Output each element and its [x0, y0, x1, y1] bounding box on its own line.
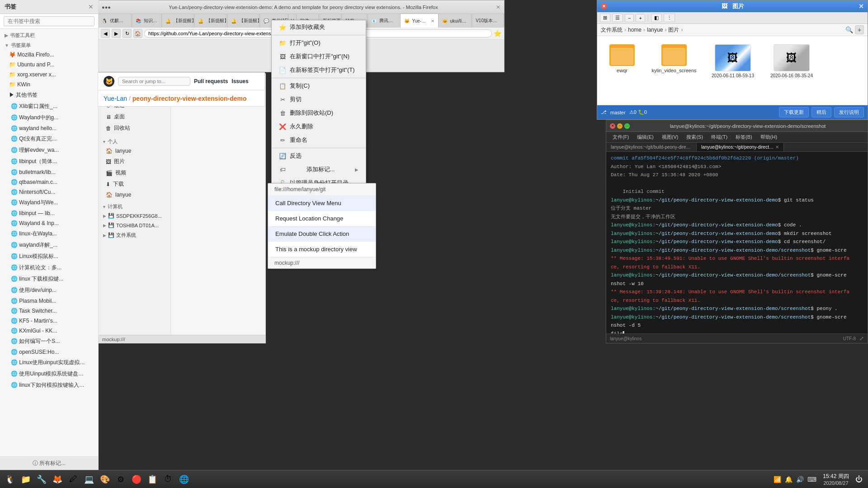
terminal-menu-file[interactable]: 文件(F)	[609, 133, 632, 141]
sidebar-item-libinput2[interactable]: 🌐 libinput — lib...	[0, 208, 98, 218]
sidebar-item-wayland4[interactable]: 🌐 Wayland & Inp...	[0, 218, 98, 228]
tab-yuelan[interactable]: 🐱Yue-Lan/...✕	[401, 14, 439, 28]
list-view-btn[interactable]: ☰	[612, 14, 623, 22]
terminal-menu-view[interactable]: 视图(V)	[658, 133, 682, 141]
location-fs[interactable]: 文件系统	[601, 26, 623, 34]
sidebar-item-linux[interactable]: 🌐 linux-在Wayla...	[0, 228, 98, 239]
sidebar-item-qtbase[interactable]: 🌐 qtbase/main.c...	[0, 177, 98, 187]
sidebar-item-bulletmark[interactable]: 🌐 bulletmark/lib...	[0, 167, 98, 177]
taskbar-paint-icon[interactable]: 🎨	[98, 472, 112, 487]
refresh-button[interactable]: ↻	[123, 29, 132, 38]
sidebar-item-qt[interactable]: 🌐 Qt没有真正完...	[0, 133, 98, 145]
sidebar-item-linuxkey[interactable]: 🌐 linux 下载模拟键...	[0, 273, 98, 285]
sidebar-item-opensuse[interactable]: 🌐 openSUSE:Ho...	[0, 347, 98, 357]
tray-icon1[interactable]: 📶	[774, 476, 781, 483]
sidebar-item-nintersoft[interactable]: 🌐 Nintersoft/Cu...	[0, 187, 98, 197]
sidebar-item-kwin[interactable]: 📁 KWin	[0, 80, 98, 89]
shutdown-icon[interactable]: ⏻	[855, 475, 863, 483]
taskbar-files-icon[interactable]: 📁	[19, 472, 33, 487]
sidebar-item-linux3[interactable]: 🌐 Linux使用uinput实现虚拟鼠标...	[0, 357, 98, 368]
location-lanyue[interactable]: lanyue	[647, 27, 663, 33]
sidebar-item-wayland5[interactable]: 🌐 wayland详解_...	[0, 239, 98, 251]
tray-icon2[interactable]: 🔔	[785, 476, 793, 483]
sidebar-toggle-btn[interactable]: ◧	[651, 14, 662, 22]
downloads-item[interactable]: ⬇ 下载	[99, 178, 170, 190]
ext-menu-item-4[interactable]: This is a mockup directory view	[268, 242, 376, 257]
taskbar-firefox-icon[interactable]: 🦊	[50, 472, 65, 487]
file-item-ewqr[interactable]: ewqr	[602, 41, 642, 100]
taskbar-clipboard-icon[interactable]: 📋	[145, 472, 160, 487]
location-pictures[interactable]: 图片	[668, 26, 679, 34]
github-nav-issues[interactable]: Issues	[231, 78, 248, 84]
sidebar-item-task[interactable]: 🌐 Task Switcher...	[0, 306, 98, 316]
home-button[interactable]: 🏠	[133, 29, 142, 38]
taskbar-clock-app-icon[interactable]: ⏱	[161, 472, 175, 487]
sidebar-item-xlib[interactable]: 🌐 Xlib窗口属性_...	[0, 101, 98, 112]
ext-menu-item-1[interactable]: Call Directory View Menu	[268, 196, 376, 211]
terminal-maximize-icon[interactable]: □	[624, 123, 630, 129]
terminal-tab-2[interactable]: lanyue@kylinos:~/git/peony-directory-vie…	[697, 143, 784, 151]
file-item-kylin[interactable]: kylin_video_screens	[647, 41, 701, 100]
terminal-minimize-icon[interactable]: −	[617, 123, 623, 129]
grid-view-btn[interactable]: ⊞	[600, 14, 610, 22]
sidebar-item-computer[interactable]: 🌐 计算机论文：多...	[0, 262, 98, 273]
tab-notify2[interactable]: 🔔【新提醒】	[194, 14, 227, 28]
tray-icon4[interactable]: ⌨	[807, 476, 816, 483]
github-nav-pulls[interactable]: Pull requests	[194, 78, 228, 84]
drive-filesystem[interactable]: ▶ 💾 文件系统	[99, 230, 170, 240]
terminal-tab-close[interactable]: ✕	[775, 145, 779, 150]
cm-open-new-window[interactable]: 🖼 在新窗口中打开"git"(N)	[272, 50, 366, 63]
cm-open[interactable]: 📁 打开"git"(O)	[272, 36, 366, 50]
taskbar-browser-icon[interactable]: 🔴	[129, 472, 144, 487]
tab-youqilin[interactable]: 🐧优麒麟社区·	[98, 14, 132, 28]
more-options-btn[interactable]: ⋮	[664, 14, 675, 22]
forward-button[interactable]: ▶	[112, 29, 121, 38]
home2-item[interactable]: 🏠 lanyue	[99, 190, 170, 200]
home-item[interactable]: 🏠 lanyue	[99, 146, 170, 156]
pictures-item[interactable]: 🖼 图片	[99, 156, 170, 167]
bookmarks-bottom[interactable]: ⓘ 所有标记...	[0, 456, 98, 470]
drive-toshiba[interactable]: ▶ 💾 TOSHIBA DT01A...	[99, 221, 170, 230]
sidebar-item-mozilla[interactable]: 🦊 Mozilla Firefo...	[0, 50, 98, 60]
taskbar-settings-icon[interactable]: 🔧	[34, 472, 49, 487]
pictures-close-btn[interactable]: ✕	[859, 3, 864, 10]
cm-open-new-tab[interactable]: 📄 在新标签页中打开"git"(T)	[272, 63, 366, 77]
sidebar-item-ubuntu[interactable]: 📁 Ubuntu and P...	[0, 60, 98, 70]
close-icon[interactable]: ✕	[496, 4, 500, 10]
cm-delete-permanent[interactable]: ❌ 永久删除	[272, 120, 366, 133]
taskbar-text-icon[interactable]: 🖊	[66, 472, 80, 487]
tab-notify1[interactable]: 🔔【新提醒】	[162, 14, 194, 28]
tab-v10[interactable]: V10版本管理...	[472, 14, 504, 28]
clock-display[interactable]: 15:42 周四 2020/08/27	[820, 473, 852, 486]
sidebar-item-wayland2[interactable]: 🌐 wayland hello...	[0, 123, 98, 133]
sidebar-item-wayland3[interactable]: 🌐 Wayland与We...	[0, 197, 98, 208]
later-btn[interactable]: 稍后	[811, 107, 831, 117]
collapse-icon[interactable]: ▶	[5, 33, 8, 38]
cm-add-tag[interactable]: 🏷 添加标记...	[272, 163, 366, 176]
terminal-menu-terminal[interactable]: 终端(T)	[708, 133, 731, 141]
pictures-close-icon[interactable]: ✕	[601, 3, 607, 9]
sidebar-item-kxmlgui[interactable]: 🌐 KXmlGui - KK...	[0, 326, 98, 336]
videos-item[interactable]: 🎬 视频	[99, 167, 170, 178]
download-update-btn[interactable]: 下载更新	[779, 107, 809, 117]
sidebar-item-libinput[interactable]: 🌐 libinput（简体...	[0, 156, 98, 167]
ext-menu-item-3[interactable]: Emulate Double Click Action	[268, 226, 376, 242]
cm-rename[interactable]: ✏ 重命名	[272, 133, 366, 147]
sidebar-item-write[interactable]: 🌐 如何编写一个S...	[0, 336, 98, 347]
terminal-close-icon[interactable]: ✕	[610, 123, 615, 129]
bookmarks-close-icon[interactable]: ✕	[88, 3, 94, 10]
taskbar-network-icon[interactable]: 🌐	[177, 472, 191, 487]
taskbar-terminal-icon[interactable]: 💻	[82, 472, 96, 487]
back-button[interactable]: ◀	[101, 29, 110, 38]
terminal-expand-icon[interactable]: ⤢	[859, 335, 864, 342]
sidebar-item-uinput[interactable]: 🌐 使用/dev/uinp...	[0, 285, 98, 296]
sidebar-item-evdev[interactable]: 🌐 理解evdev_wa...	[0, 145, 98, 156]
sidebar-item-uinput2[interactable]: 🌐 使用Uinput模拟系统键盘鼠标...	[0, 368, 98, 380]
release-notes-btn[interactable]: 发行说明	[834, 107, 864, 117]
file-item-screenshot1[interactable]: 🖼 2020-06-11 08-59-13	[706, 41, 760, 100]
sidebar-item-linux2[interactable]: 🌐 Linux模拟鼠标...	[0, 251, 98, 262]
cm-delete-recycle[interactable]: 🗑 删除到回收站(D)	[272, 106, 366, 120]
bookmark-icon[interactable]: ⭐	[494, 30, 501, 37]
terminal-menu-tabs[interactable]: 标签(B)	[732, 133, 756, 141]
sidebar-item-wayland[interactable]: 🌐 Wayland中的g...	[0, 112, 98, 123]
